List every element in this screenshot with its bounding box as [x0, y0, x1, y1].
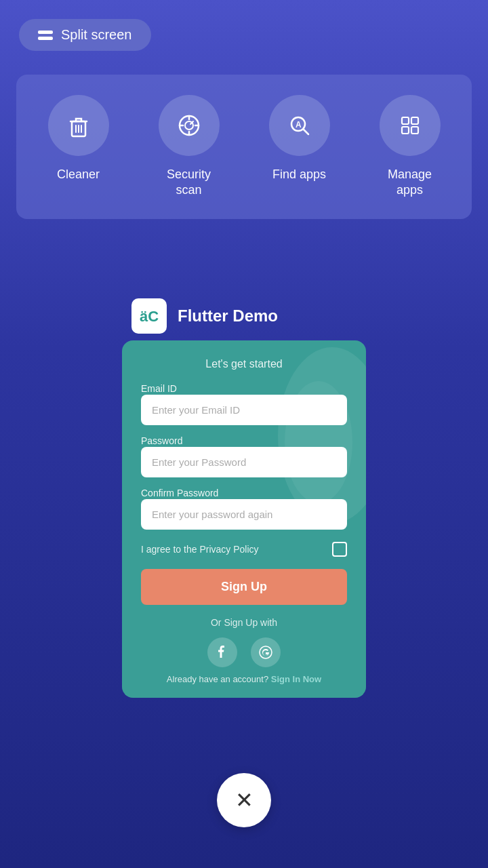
social-buttons-row — [141, 637, 347, 667]
svg-rect-17 — [411, 127, 418, 134]
password-label: Password — [141, 435, 182, 446]
privacy-text: I agree to the Privacy Policy — [141, 544, 259, 555]
confirm-password-input[interactable] — [141, 499, 347, 530]
svg-text:äC: äC — [140, 308, 159, 325]
app-header: äC Flutter Demo — [122, 292, 366, 340]
manage-apps-label: Manageapps — [388, 167, 432, 199]
security-scan-icon — [159, 95, 220, 156]
close-icon: ✕ — [235, 787, 253, 813]
svg-rect-16 — [402, 127, 409, 134]
svg-text:A: A — [296, 120, 302, 130]
privacy-checkbox[interactable] — [332, 542, 347, 557]
app-name: Flutter Demo — [178, 307, 278, 326]
signup-button[interactable]: Sign Up — [141, 569, 347, 605]
close-button[interactable]: ✕ — [217, 773, 271, 827]
security-scan-label: Securityscan — [167, 167, 211, 199]
app-item-security-scan[interactable]: Securityscan — [142, 95, 237, 199]
find-apps-icon: A — [269, 95, 330, 156]
manage-apps-icon — [380, 95, 441, 156]
google-button[interactable] — [251, 637, 281, 667]
app-grid-panel: Cleaner Securityscan A Find apps — [16, 75, 472, 219]
cleaner-icon — [48, 95, 109, 156]
flutter-app-wrapper: äC Flutter Demo Let's get started Email … — [122, 292, 366, 698]
find-apps-label: Find apps — [272, 167, 326, 182]
svg-rect-15 — [411, 117, 418, 124]
app-item-find-apps[interactable]: A Find apps — [252, 95, 347, 182]
split-screen-button[interactable]: Split screen — [19, 19, 151, 51]
privacy-row: I agree to the Privacy Policy — [141, 542, 347, 557]
email-label: Email ID — [141, 383, 177, 394]
app-item-manage-apps[interactable]: Manageapps — [363, 95, 458, 199]
password-input[interactable] — [141, 447, 347, 477]
email-input[interactable] — [141, 395, 347, 425]
cleaner-label: Cleaner — [57, 167, 100, 182]
signin-row: Already have an account? Sign In Now — [141, 674, 347, 684]
signup-card: Let's get started Email ID Password Conf… — [122, 340, 366, 698]
card-subtitle: Let's get started — [141, 358, 347, 370]
signin-link[interactable]: Sign In Now — [271, 674, 321, 684]
app-item-cleaner[interactable]: Cleaner — [31, 95, 126, 182]
split-screen-label: Split screen — [61, 27, 132, 43]
split-screen-icon — [38, 31, 53, 40]
svg-line-12 — [303, 130, 308, 135]
app-logo: äC — [131, 298, 167, 334]
or-signup-text: Or Sign Up with — [141, 617, 347, 628]
confirm-password-label: Confirm Password — [141, 488, 218, 498]
facebook-button[interactable] — [207, 637, 237, 667]
svg-rect-14 — [402, 117, 409, 124]
already-text: Already have an account? — [167, 674, 268, 684]
